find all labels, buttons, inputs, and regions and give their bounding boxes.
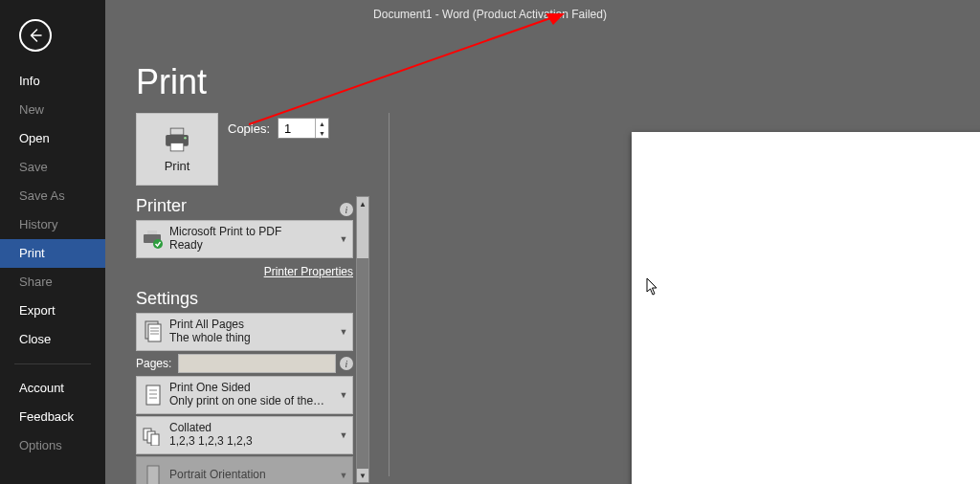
print-scope-dropdown[interactable]: Print All Pages The whole thing ▼ <box>136 313 353 351</box>
sides-title: Print One Sided <box>169 382 335 395</box>
printer-info-icon[interactable]: i <box>340 203 353 216</box>
pages-row: Pages: i <box>136 353 353 374</box>
pages-info-icon[interactable]: i <box>340 357 353 370</box>
svg-rect-20 <box>151 434 159 446</box>
chevron-down-icon: ▼ <box>335 390 352 400</box>
scroll-down-icon[interactable]: ▼ <box>357 469 368 482</box>
svg-rect-7 <box>147 231 157 234</box>
printer-name: Microsoft Print to PDF <box>169 226 335 239</box>
svg-point-8 <box>153 239 163 249</box>
arrow-left-icon <box>27 27 44 44</box>
copies-group: Copies: 1 ▲ ▼ <box>228 118 329 139</box>
collation-dropdown[interactable]: Collated 1,2,3 1,2,3 1,2,3 ▼ <box>136 416 353 454</box>
settings-heading-row: Settings <box>136 289 353 309</box>
portrait-icon <box>137 457 169 484</box>
sidebar-item-info[interactable]: Info <box>0 67 105 96</box>
sidebar-item-options[interactable]: Options <box>0 431 105 460</box>
backstage-sidebar: Info New Open Save Save As History Print… <box>0 0 105 484</box>
sidebar-item-open[interactable]: Open <box>0 124 105 153</box>
collated-icon <box>137 417 169 453</box>
print-preview <box>412 113 980 484</box>
chevron-down-icon: ▼ <box>335 471 352 480</box>
sidebar-item-account[interactable]: Account <box>0 374 105 403</box>
copies-up[interactable]: ▲ <box>316 119 328 128</box>
copies-value: 1 <box>278 121 315 136</box>
print-button-label: Print <box>165 159 190 173</box>
copies-input[interactable]: 1 ▲ ▼ <box>278 118 329 139</box>
scroll-thumb[interactable] <box>357 210 368 258</box>
sidebar-item-new[interactable]: New <box>0 96 105 124</box>
printer-heading-row: Printer i <box>136 196 353 216</box>
svg-rect-14 <box>146 385 160 405</box>
print-scope-title: Print All Pages <box>169 319 335 332</box>
page-title: Print <box>136 62 207 102</box>
printer-icon <box>161 126 193 153</box>
sidebar-item-export[interactable]: Export <box>0 297 105 325</box>
scroll-up-icon[interactable]: ▲ <box>357 197 368 210</box>
settings-column: Printer i Microsoft Print to PDF Ready <box>136 196 353 484</box>
printer-heading: Printer <box>136 196 187 216</box>
sidebar-item-save[interactable]: Save <box>0 153 105 182</box>
settings-scrollbar[interactable]: ▲ ▼ <box>356 196 369 483</box>
app-root: Document1 - Word (Product Activation Fai… <box>0 0 980 484</box>
pages-input[interactable] <box>178 354 336 373</box>
print-backstage: Print Print Copies: 1 ▲ ▼ Printer <box>105 0 980 484</box>
svg-point-5 <box>184 137 187 140</box>
svg-rect-3 <box>170 128 184 135</box>
pages-icon <box>137 314 169 350</box>
sides-subtitle: Only print on one side of the… <box>169 395 335 408</box>
svg-rect-21 <box>147 466 159 484</box>
collation-title: Collated <box>169 422 335 435</box>
chevron-down-icon: ▼ <box>335 430 352 440</box>
print-button[interactable]: Print <box>136 113 218 186</box>
vertical-divider <box>389 113 390 476</box>
sidebar-divider <box>14 363 91 364</box>
printer-ready-icon <box>137 221 169 257</box>
sidebar-item-saveas[interactable]: Save As <box>0 182 105 210</box>
svg-rect-10 <box>148 324 161 341</box>
one-sided-icon <box>137 377 169 413</box>
settings-heading: Settings <box>136 289 198 309</box>
copies-down[interactable]: ▼ <box>316 128 328 138</box>
print-scope-subtitle: The whole thing <box>169 332 335 345</box>
copies-spinner: ▲ ▼ <box>315 119 328 138</box>
orientation-dropdown[interactable]: Portrait Orientation ▼ <box>136 456 353 484</box>
sidebar-item-feedback[interactable]: Feedback <box>0 403 105 431</box>
printer-properties-link[interactable]: Printer Properties <box>264 265 353 278</box>
svg-rect-4 <box>170 143 184 151</box>
preview-page <box>632 132 980 484</box>
copies-label: Copies: <box>228 121 270 136</box>
pages-label: Pages: <box>136 357 178 370</box>
sidebar-item-close[interactable]: Close <box>0 325 105 354</box>
sidebar-item-history[interactable]: History <box>0 210 105 239</box>
orientation-title: Portrait Orientation <box>169 469 335 482</box>
sides-dropdown[interactable]: Print One Sided Only print on one side o… <box>136 376 353 414</box>
back-button[interactable] <box>19 19 52 52</box>
printer-status: Ready <box>169 239 335 253</box>
sidebar-item-print[interactable]: Print <box>0 239 105 268</box>
printer-dropdown[interactable]: Microsoft Print to PDF Ready ▼ <box>136 220 353 258</box>
chevron-down-icon: ▼ <box>335 234 352 244</box>
chevron-down-icon: ▼ <box>335 327 352 337</box>
window-title: Document1 - Word (Product Activation Fai… <box>0 8 980 21</box>
collation-subtitle: 1,2,3 1,2,3 1,2,3 <box>169 435 335 449</box>
sidebar-item-share[interactable]: Share <box>0 268 105 297</box>
